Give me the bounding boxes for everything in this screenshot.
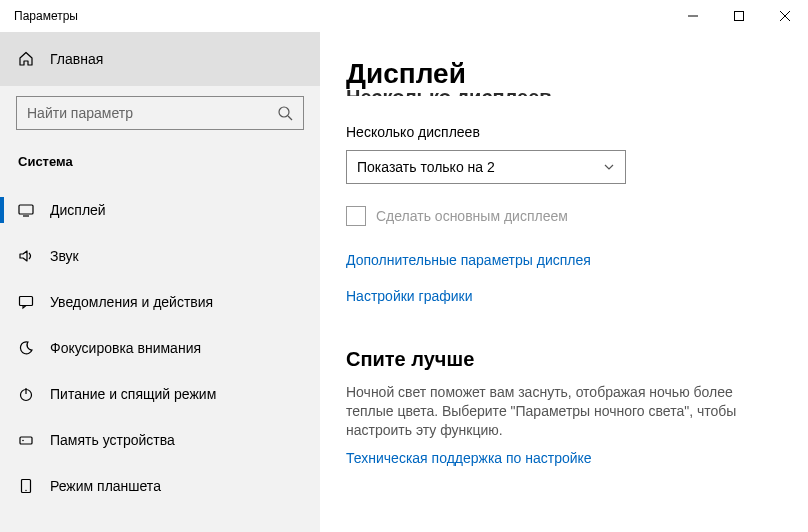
sidebar-item-label: Режим планшета bbox=[50, 478, 161, 494]
sidebar-item-display[interactable]: Дисплей bbox=[0, 187, 320, 233]
svg-rect-6 bbox=[19, 205, 33, 214]
svg-rect-11 bbox=[20, 437, 32, 444]
sidebar-item-sound[interactable]: Звук bbox=[0, 233, 320, 279]
maximize-icon bbox=[734, 11, 744, 21]
power-icon bbox=[18, 386, 34, 402]
svg-line-5 bbox=[288, 116, 292, 120]
chevron-down-icon bbox=[603, 161, 615, 173]
close-button[interactable] bbox=[762, 0, 808, 32]
sidebar-item-tablet[interactable]: Режим планшета bbox=[0, 463, 320, 509]
sidebar-item-label: Звук bbox=[50, 248, 79, 264]
svg-point-4 bbox=[279, 107, 289, 117]
make-main-display-checkbox[interactable] bbox=[346, 206, 366, 226]
home-label: Главная bbox=[50, 51, 103, 67]
minimize-icon bbox=[688, 11, 698, 21]
sidebar-item-label: Питание и спящий режим bbox=[50, 386, 216, 402]
svg-rect-1 bbox=[735, 12, 744, 21]
svg-point-12 bbox=[22, 440, 24, 442]
sidebar-item-storage[interactable]: Память устройства bbox=[0, 417, 320, 463]
svg-rect-8 bbox=[20, 297, 33, 306]
svg-point-14 bbox=[25, 490, 26, 491]
multi-displays-label: Несколько дисплеев bbox=[346, 124, 782, 140]
sound-icon bbox=[18, 248, 34, 264]
dropdown-value: Показать только на 2 bbox=[357, 159, 495, 175]
maximize-button[interactable] bbox=[716, 0, 762, 32]
titlebar: Параметры bbox=[0, 0, 808, 32]
graphics-settings-link[interactable]: Настройки графики bbox=[346, 288, 782, 304]
chat-icon bbox=[18, 294, 34, 310]
display-icon bbox=[18, 202, 34, 218]
make-main-display-label: Сделать основным дисплеем bbox=[376, 208, 568, 224]
storage-icon bbox=[18, 432, 34, 448]
advanced-display-link[interactable]: Дополнительные параметры дисплея bbox=[346, 252, 782, 268]
sidebar-item-label: Дисплей bbox=[50, 202, 106, 218]
multi-displays-dropdown[interactable]: Показать только на 2 bbox=[346, 150, 626, 184]
nav-list: Дисплей Звук Уведомления и действия Фоку… bbox=[0, 187, 320, 509]
tablet-icon bbox=[18, 478, 34, 494]
home-icon bbox=[18, 51, 34, 67]
support-link[interactable]: Техническая поддержка по настройке bbox=[346, 450, 782, 466]
window-title: Параметры bbox=[0, 9, 78, 23]
sleep-better-body: Ночной свет поможет вам заснуть, отображ… bbox=[346, 383, 782, 440]
sidebar-item-label: Память устройства bbox=[50, 432, 175, 448]
sidebar-item-label: Уведомления и действия bbox=[50, 294, 213, 310]
search-input[interactable] bbox=[27, 105, 277, 121]
sleep-better-heading: Спите лучше bbox=[346, 348, 782, 371]
make-main-display-checkbox-row: Сделать основным дисплеем bbox=[346, 206, 782, 226]
home-button[interactable]: Главная bbox=[0, 32, 320, 86]
sidebar-item-label: Фокусировка внимания bbox=[50, 340, 201, 356]
sidebar-item-focus[interactable]: Фокусировка внимания bbox=[0, 325, 320, 371]
category-label: Система bbox=[0, 140, 320, 187]
content-pane: Дисплей Несколько дисплеев Несколько дис… bbox=[320, 32, 808, 532]
moon-icon bbox=[18, 340, 34, 356]
search-box[interactable] bbox=[16, 96, 304, 130]
truncated-heading: Несколько дисплеев bbox=[346, 86, 782, 96]
sidebar-item-notifications[interactable]: Уведомления и действия bbox=[0, 279, 320, 325]
sidebar: Главная Система Дисплей Звук Ув bbox=[0, 32, 320, 532]
minimize-button[interactable] bbox=[670, 0, 716, 32]
close-icon bbox=[780, 11, 790, 21]
sidebar-item-power[interactable]: Питание и спящий режим bbox=[0, 371, 320, 417]
search-icon bbox=[277, 105, 293, 121]
